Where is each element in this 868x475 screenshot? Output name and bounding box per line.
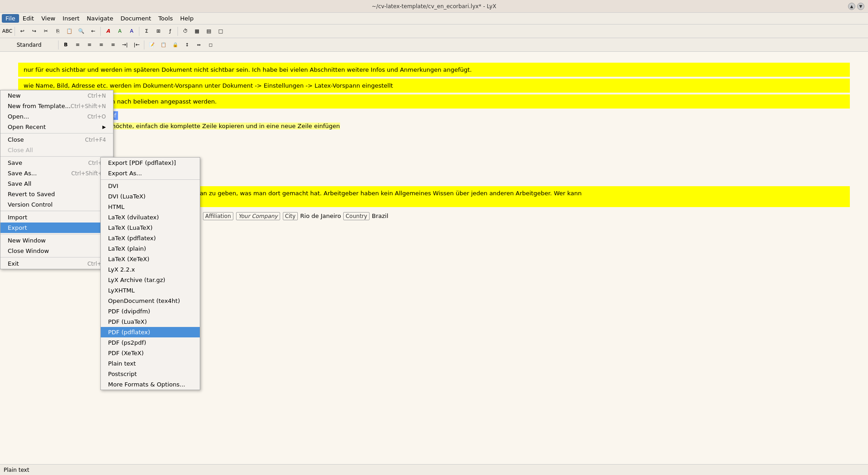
main-area: nur für euch sichtbar und werden im spät… [0, 52, 868, 475]
tb-func[interactable]: ƒ [165, 26, 176, 37]
tb-copy[interactable]: ⎘ [52, 26, 63, 37]
file-menu-dropdown: New Ctrl+N New from Template... Ctrl+Shi… [0, 90, 113, 269]
fm-close[interactable]: Close Ctrl+F4 [0, 134, 113, 145]
tb-cut[interactable]: ✂ [40, 26, 51, 37]
tb2-note6[interactable]: ◻ [205, 40, 216, 50]
tb-grid2[interactable]: ▤ [203, 26, 214, 37]
statusbar-text: Plain text [4, 467, 29, 473]
fm-close-shortcut: Ctrl+F4 [85, 137, 106, 143]
menu-help[interactable]: Help [177, 14, 197, 23]
tb-clock[interactable]: ⏱ [180, 26, 191, 37]
tb2-note5[interactable]: ⇔ [193, 40, 204, 50]
esm-lyx-archive[interactable]: LyX Archive (tar.gz) [101, 275, 200, 285]
fm-save[interactable]: Save Ctrl+S [0, 158, 113, 168]
tb2-indent[interactable]: →| [119, 40, 130, 50]
menu-document[interactable]: Document [117, 14, 154, 23]
window-buttons: ▲ ▼ [848, 3, 864, 10]
sep [58, 40, 59, 49]
tb2-note1[interactable]: 📝 [146, 40, 157, 50]
note4-suffix: möchte, einfach die komplette Zeile kopi… [110, 123, 340, 129]
blue-heading-container: de sogt für Titel- und Adresskopf [18, 112, 850, 119]
tb2-env[interactable]: Standard [2, 40, 56, 50]
fm-version-control[interactable]: Version Control ▶ [0, 199, 113, 210]
esm-pdf-xe[interactable]: PDF (XeTeX) [101, 348, 200, 358]
esm-pdf-lua[interactable]: PDF (LuaTeX) [101, 317, 200, 327]
tb2-note3[interactable]: 🔒 [170, 40, 181, 50]
fm-new-window[interactable]: New Window [0, 235, 113, 246]
esm-html[interactable]: HTML [101, 202, 200, 212]
fm-new-template[interactable]: New from Template... Ctrl+Shift+N [0, 101, 113, 111]
tag-country-label: Country [343, 212, 370, 220]
tb2-align-center[interactable]: ≡ [84, 40, 95, 50]
fm-exit[interactable]: Exit Ctrl+Q [0, 258, 113, 269]
tb-font1[interactable]: A [103, 26, 113, 37]
tb-paste[interactable]: 📋 [64, 26, 75, 37]
menu-edit[interactable]: Edit [19, 14, 38, 23]
menu-view[interactable]: View [38, 14, 59, 23]
fm-close-all[interactable]: Close All [0, 145, 113, 155]
menu-navigate[interactable]: Navigate [83, 14, 117, 23]
note2-text: wie Name, Bild, Adresse etc. werden im D… [24, 82, 393, 89]
tb-font3[interactable]: A [126, 26, 137, 37]
tb-sigma[interactable]: Σ [141, 26, 152, 37]
esm-pdf-dvi[interactable]: PDF (dvipdfm) [101, 306, 200, 317]
tb2-justify[interactable]: ≡ [108, 40, 118, 50]
esm-postscript[interactable]: Postscript [101, 369, 200, 379]
fm-close-window[interactable]: Close Window [0, 246, 113, 256]
fm-export-label: Export [8, 224, 27, 231]
tb2-outdent[interactable]: |← [131, 40, 142, 50]
esm-dvi[interactable]: DVI [101, 181, 200, 191]
esm-dvi-lua[interactable]: DVI (LuaTeX) [101, 191, 200, 202]
tb-table[interactable]: ▦ [192, 26, 202, 37]
tag-country-value: Brazil [372, 213, 388, 219]
esm-lyx22[interactable]: LyX 2.2.x [101, 264, 200, 275]
esm-opendoc[interactable]: OpenDocument (tex4ht) [101, 296, 200, 306]
esm-latex-lua[interactable]: LaTeX (LuaTeX) [101, 223, 200, 233]
fm-save-all-label: Save All [8, 180, 31, 187]
esm-plain-text[interactable]: Plain text [101, 358, 200, 369]
menu-tools[interactable]: Tools [155, 14, 177, 23]
esm-latex-dvi[interactable]: LaTeX (dviluatex) [101, 212, 200, 223]
tb-font2[interactable]: A [114, 26, 125, 37]
fm-new[interactable]: New Ctrl+N [0, 90, 113, 101]
tb2-note2[interactable]: 📋 [158, 40, 169, 50]
fm-sep3 [0, 211, 113, 211]
tb-spell[interactable]: ABC [2, 26, 13, 37]
tb-find[interactable]: 🔍 [76, 26, 87, 37]
maximize-button[interactable]: ▼ [857, 3, 864, 10]
fm-open-label: Open... [8, 113, 29, 120]
esm-pdf-pdflatex[interactable]: PDF (pdflatex) [101, 327, 200, 337]
fm-save-label: Save [8, 159, 22, 166]
tb-matrix[interactable]: ⊞ [153, 26, 164, 37]
tb-box[interactable]: □ [215, 26, 226, 37]
esm-latex-plain[interactable]: LaTeX (plain) [101, 243, 200, 254]
esm-export-as[interactable]: Export As... [101, 168, 200, 178]
fm-open-recent[interactable]: Open Recent ▶ [0, 122, 113, 132]
menu-insert[interactable]: Insert [59, 14, 83, 23]
fm-sep5 [0, 257, 113, 257]
fm-import[interactable]: Import ▶ [0, 212, 113, 223]
esm-lyxhtml[interactable]: LyXHTML [101, 285, 200, 296]
tb2-note4[interactable]: ↕ [182, 40, 192, 50]
tb-redo[interactable]: ↪ [29, 26, 39, 37]
fm-open-recent-label: Open Recent [8, 124, 46, 130]
tb-nav-back[interactable]: ← [88, 26, 99, 37]
note1-text: nur für euch sichtbar und werden im spät… [24, 66, 472, 73]
esm-pdf-ps2pdf[interactable]: PDF (ps2pdf) [101, 337, 200, 348]
fm-save-as[interactable]: Save As... Ctrl+Shift+S [0, 168, 113, 178]
fm-save-all[interactable]: Save All [0, 178, 113, 189]
fm-export[interactable]: Export ▶ [0, 223, 113, 233]
esm-latex-pdf[interactable]: LaTeX (pdflatex) [101, 233, 200, 243]
tb2-align-left[interactable]: ≡ [72, 40, 83, 50]
menu-file[interactable]: File [2, 14, 19, 23]
esm-more-formats[interactable]: More Formats & Options... [101, 379, 200, 390]
fm-open[interactable]: Open... Ctrl+O [0, 111, 113, 122]
tb-undo[interactable]: ↩ [17, 26, 28, 37]
sep [15, 27, 15, 36]
esm-latex-xe[interactable]: LaTeX (XeTeX) [101, 254, 200, 264]
minimize-button[interactable]: ▲ [848, 3, 855, 10]
fm-revert[interactable]: Revert to Saved [0, 189, 113, 199]
tb2-align-right[interactable]: ≡ [96, 40, 107, 50]
tb2-bold[interactable]: B [60, 40, 71, 50]
esm-export-pdf[interactable]: Export [PDF (pdflatex)] [101, 158, 200, 168]
